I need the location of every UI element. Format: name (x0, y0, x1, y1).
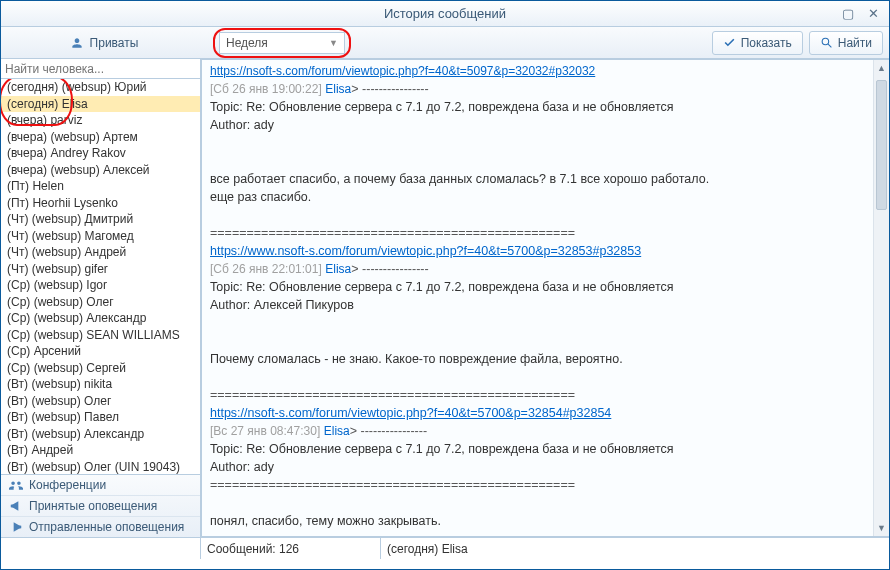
message-author: Author: ady (210, 460, 274, 474)
contact-item[interactable]: (вчера) (websup) Артем (1, 129, 200, 146)
statusbar: Сообщений: 126 (сегодня) Elisa (1, 537, 889, 559)
megaphone-out-icon (9, 520, 23, 534)
contact-item[interactable]: (Вт) (websup) Павел (1, 409, 200, 426)
contact-item[interactable]: (Чт) (websup) Магомед (1, 228, 200, 245)
maximize-icon[interactable]: ▢ (842, 6, 854, 21)
message-body: все работает спасибо, а почему база данн… (210, 172, 709, 186)
scroll-down-icon[interactable]: ▼ (874, 520, 889, 536)
nickname: Elisa (325, 82, 351, 96)
message-topic: Topic: Re: Обновление сервера с 7.1 до 7… (210, 442, 674, 456)
message-author: Author: Алексей Пикуров (210, 298, 354, 312)
megaphone-icon (9, 499, 23, 513)
message-body: понял, спасибо, тему можно закрывать. (210, 514, 441, 528)
tab-conferences-label: Конференции (29, 478, 106, 492)
contact-item[interactable]: (сегодня) (websup) Юрий (1, 79, 200, 96)
sidebar: (сегодня) (websup) Юрий(сегодня) Elisa(в… (1, 59, 201, 537)
svg-point-0 (822, 38, 829, 45)
chevron-down-icon: ▼ (329, 38, 338, 48)
period-select[interactable]: Неделя ▼ (219, 32, 345, 54)
tab-sent-alerts[interactable]: Отправленные оповещения (1, 517, 200, 537)
message-body: еще раз спасибо. (210, 190, 311, 204)
close-icon[interactable]: ✕ (868, 6, 879, 21)
contact-item[interactable]: (Пт) Heorhii Lysenko (1, 195, 200, 212)
contact-item[interactable]: (Ср) (websup) Сергей (1, 360, 200, 377)
message-area[interactable]: https://nsoft-s.com/forum/viewtopic.php?… (201, 59, 889, 537)
divider: ========================================… (210, 478, 575, 492)
message-body: Почему сломалась - не знаю. Какое-то пов… (210, 352, 623, 366)
contact-item[interactable]: (Ср) (websup) Александр (1, 310, 200, 327)
scroll-thumb[interactable] (876, 80, 887, 210)
check-icon (723, 36, 736, 49)
search-input[interactable] (1, 59, 200, 79)
tab-received-alerts[interactable]: Принятые оповещения (1, 496, 200, 517)
contact-item[interactable]: (Пт) Helen (1, 178, 200, 195)
separator: > ---------------- (350, 424, 427, 438)
contact-item[interactable]: (вчера) parviz (1, 112, 200, 129)
contact-item[interactable]: (сегодня) Elisa (1, 96, 200, 113)
timestamp: [Сб 26 янв 22:01:01] (210, 262, 322, 276)
status-who: (сегодня) Elisa (381, 542, 889, 556)
contact-item[interactable]: (вчера) Andrey Rakov (1, 145, 200, 162)
window-buttons: ▢ ✕ (842, 6, 889, 21)
sidebar-bottom-tabs: Конференции Принятые оповещения Отправле… (1, 474, 200, 537)
show-button[interactable]: Показать (712, 31, 803, 55)
divider: ========================================… (210, 226, 575, 240)
contact-item[interactable]: (Чт) (websup) Дмитрий (1, 211, 200, 228)
message-link[interactable]: https://www.nsoft-s.com/forum/viewtopic.… (210, 244, 641, 258)
nickname: Elisa (325, 262, 351, 276)
message-topic: Topic: Re: Обновление сервера с 7.1 до 7… (210, 100, 674, 114)
status-count: Сообщений: 126 (201, 538, 381, 559)
message-author: Author: ady (210, 118, 274, 132)
find-button[interactable]: Найти (809, 31, 883, 55)
contact-item[interactable]: (Вт) (websup) nikita (1, 376, 200, 393)
privates-tab[interactable]: Приваты (7, 31, 201, 55)
message-link[interactable]: https://nsoft-s.com/forum/viewtopic.php?… (210, 406, 611, 420)
period-highlight: Неделя ▼ (213, 28, 351, 58)
separator: > ---------------- (351, 262, 428, 276)
tab-received-label: Принятые оповещения (29, 499, 157, 513)
message-link[interactable]: https://nsoft-s.com/forum/viewtopic.php?… (210, 64, 595, 78)
svg-line-1 (828, 44, 831, 47)
find-label: Найти (838, 36, 872, 50)
contact-item[interactable]: (Вт) (websup) Олег (UIN 19043) (1, 459, 200, 475)
tab-conferences[interactable]: Конференции (1, 475, 200, 496)
window-title: История сообщений (384, 6, 506, 21)
contact-item[interactable]: (Вт) (websup) Александр (1, 426, 200, 443)
contact-item[interactable]: (Ср) (websup) Igor (1, 277, 200, 294)
message-topic: Topic: Re: Обновление сервера с 7.1 до 7… (210, 280, 674, 294)
separator: > ---------------- (351, 82, 428, 96)
contact-list[interactable]: (сегодня) (websup) Юрий(сегодня) Elisa(в… (1, 79, 200, 474)
divider: ========================================… (210, 388, 575, 402)
search-icon (820, 36, 833, 49)
contact-item[interactable]: (Вт) (websup) Олег (1, 393, 200, 410)
person-icon (70, 36, 84, 50)
contact-item[interactable]: (Ср) (websup) SEAN WILLIAMS (1, 327, 200, 344)
show-label: Показать (741, 36, 792, 50)
timestamp: [Сб 26 янв 19:00:22] (210, 82, 322, 96)
contact-item[interactable]: (Чт) (websup) gifer (1, 261, 200, 278)
content: https://nsoft-s.com/forum/viewtopic.php?… (201, 59, 889, 537)
scrollbar[interactable]: ▲ ▼ (873, 60, 889, 536)
tab-sent-label: Отправленные оповещения (29, 520, 184, 534)
contact-item[interactable]: (Чт) (websup) Андрей (1, 244, 200, 261)
toolbar: Приваты Неделя ▼ Показать Найти (1, 27, 889, 59)
privates-label: Приваты (90, 36, 139, 50)
timestamp: [Вс 27 янв 08:47:30] (210, 424, 320, 438)
titlebar: История сообщений ▢ ✕ (1, 1, 889, 27)
group-icon (9, 478, 23, 492)
scroll-up-icon[interactable]: ▲ (874, 60, 889, 76)
contact-item[interactable]: (Ср) (websup) Олег (1, 294, 200, 311)
period-value: Неделя (226, 36, 268, 50)
contact-item[interactable]: (вчера) (websup) Алексей (1, 162, 200, 179)
nickname: Elisa (324, 424, 350, 438)
contact-item[interactable]: (Вт) Андрей (1, 442, 200, 459)
contact-item[interactable]: (Ср) Арсений (1, 343, 200, 360)
